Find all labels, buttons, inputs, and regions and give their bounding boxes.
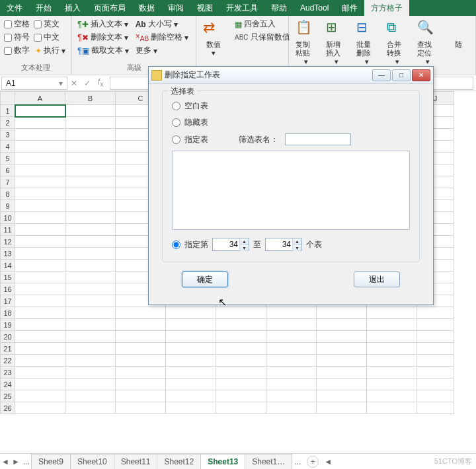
row-header-15[interactable]: 15 xyxy=(1,271,15,283)
cell-G19[interactable] xyxy=(317,319,367,331)
btn-delete-space[interactable]: ×AB删除空格 ▾ xyxy=(134,31,190,44)
cell-E23[interactable] xyxy=(216,367,266,379)
spin-from-input[interactable] xyxy=(213,238,239,250)
cell-A22[interactable] xyxy=(15,355,65,367)
tab-data[interactable]: 数据 xyxy=(132,0,161,16)
row-header-10[interactable]: 10 xyxy=(1,212,15,224)
cell-F18[interactable] xyxy=(266,307,317,319)
accept-formula-icon[interactable]: ✓ xyxy=(81,79,94,88)
close-button[interactable]: ✕ xyxy=(412,69,430,81)
cell-D23[interactable] xyxy=(166,367,216,379)
cell-J24[interactable] xyxy=(417,379,454,390)
tab-insert[interactable]: 插入 xyxy=(58,0,87,16)
cell-A1[interactable] xyxy=(15,105,65,117)
cell-B12[interactable] xyxy=(65,236,116,248)
sheet-tab-Sheet10[interactable]: Sheet10 xyxy=(70,454,114,470)
cell-D20[interactable] xyxy=(166,331,216,343)
cell-J22[interactable] xyxy=(417,355,454,367)
cell-B18[interactable] xyxy=(65,307,116,319)
sheet-tab-Sheet11[interactable]: Sheet11 xyxy=(114,454,158,470)
cell-G18[interactable] xyxy=(317,307,367,319)
cell-B19[interactable] xyxy=(65,319,116,331)
row-header-11[interactable]: 11 xyxy=(1,224,15,236)
cell-B6[interactable] xyxy=(65,164,116,176)
cell-F19[interactable] xyxy=(266,319,317,331)
spin-to[interactable]: ▲▼ xyxy=(265,238,302,251)
cell-F22[interactable] xyxy=(266,355,317,367)
cell-D18[interactable] xyxy=(166,307,216,319)
cell-G25[interactable] xyxy=(317,390,367,402)
tab-devtools[interactable]: 开发工具 xyxy=(219,0,264,16)
tab-help[interactable]: 帮助 xyxy=(264,0,294,16)
tab-view[interactable]: 视图 xyxy=(190,0,219,16)
cell-B2[interactable] xyxy=(65,117,116,129)
cell-A23[interactable] xyxy=(15,367,65,379)
cell-F26[interactable] xyxy=(266,402,317,414)
radio-specific-sheet[interactable] xyxy=(172,135,180,144)
cell-A26[interactable] xyxy=(15,402,65,414)
cell-H25[interactable] xyxy=(367,390,417,402)
row-header-25[interactable]: 25 xyxy=(1,390,15,402)
chk-space[interactable]: 空格 xyxy=(4,18,30,30)
cell-E22[interactable] xyxy=(216,355,266,367)
row-header-17[interactable]: 17 xyxy=(1,295,15,307)
cell-G24[interactable] xyxy=(317,379,367,390)
row-header-1[interactable]: 1 xyxy=(1,105,15,117)
row-header-23[interactable]: 23 xyxy=(1,367,15,379)
spin-up-icon[interactable]: ▲ xyxy=(239,238,249,245)
cell-D21[interactable] xyxy=(166,343,216,355)
cell-H19[interactable] xyxy=(367,319,417,331)
spin-down-icon[interactable]: ▼ xyxy=(292,245,301,251)
cell-G26[interactable] xyxy=(317,402,367,414)
sheet-listbox[interactable] xyxy=(172,151,410,230)
tab-home[interactable]: 开始 xyxy=(29,0,58,16)
cell-C18[interactable] xyxy=(116,307,166,319)
sheet-nav-next[interactable]: ► xyxy=(11,457,21,466)
cell-C24[interactable] xyxy=(116,379,166,390)
cell-B4[interactable] xyxy=(65,141,116,153)
cell-B22[interactable] xyxy=(65,355,116,367)
tab-fangfang[interactable]: 方方格子 xyxy=(364,0,409,16)
col-header-A[interactable]: A xyxy=(15,92,65,105)
cell-G20[interactable] xyxy=(317,331,367,343)
row-header-24[interactable]: 24 xyxy=(1,379,15,390)
cell-D24[interactable] xyxy=(166,379,216,390)
ok-button[interactable]: 确定 xyxy=(182,271,228,287)
btn-batch-delete[interactable]: ⊟批量删除▾ xyxy=(354,18,380,68)
chk-chinese[interactable]: 中文 xyxy=(34,31,67,44)
row-header-8[interactable]: 8 xyxy=(1,188,15,200)
cell-J26[interactable] xyxy=(417,402,454,414)
row-header-3[interactable]: 3 xyxy=(1,129,15,141)
cell-C26[interactable] xyxy=(116,402,166,414)
chk-symbol[interactable]: 符号 xyxy=(4,31,30,44)
cell-A16[interactable] xyxy=(15,283,65,295)
cell-A24[interactable] xyxy=(15,379,65,390)
cell-D25[interactable] xyxy=(166,390,216,402)
cell-A8[interactable] xyxy=(15,188,65,200)
cell-A5[interactable] xyxy=(15,153,65,164)
tab-audtool[interactable]: AudTool xyxy=(294,0,335,16)
cell-J20[interactable] xyxy=(417,331,454,343)
cell-A25[interactable] xyxy=(15,390,65,402)
cell-B10[interactable] xyxy=(65,212,116,224)
row-header-2[interactable]: 2 xyxy=(1,117,15,129)
tab-pagelayout[interactable]: 页面布局 xyxy=(87,0,132,16)
btn-keep-number[interactable]: ABC只保留数值 xyxy=(233,31,292,44)
fx-icon[interactable]: fx xyxy=(94,77,107,88)
row-header-19[interactable]: 19 xyxy=(1,319,15,331)
name-box[interactable]: A1▾ xyxy=(1,77,67,90)
row-header-6[interactable]: 6 xyxy=(1,164,15,176)
tab-file[interactable]: 文件 xyxy=(0,0,29,16)
row-header-26[interactable]: 26 xyxy=(1,402,15,414)
cell-F20[interactable] xyxy=(266,331,317,343)
cell-A15[interactable] xyxy=(15,271,65,283)
btn-trunc[interactable]: 随 xyxy=(445,18,471,68)
cell-C23[interactable] xyxy=(116,367,166,379)
cell-B23[interactable] xyxy=(65,367,116,379)
chk-number[interactable]: 数字 xyxy=(4,44,30,57)
row-header-4[interactable]: 4 xyxy=(1,141,15,153)
sheet-tab-Sheet9[interactable]: Sheet9 xyxy=(31,454,71,470)
btn-case[interactable]: Ab大小写 ▾ xyxy=(134,18,190,30)
btn-insert-text[interactable]: ¶✚插入文本 ▾ xyxy=(76,18,130,30)
row-header-22[interactable]: 22 xyxy=(1,355,15,367)
